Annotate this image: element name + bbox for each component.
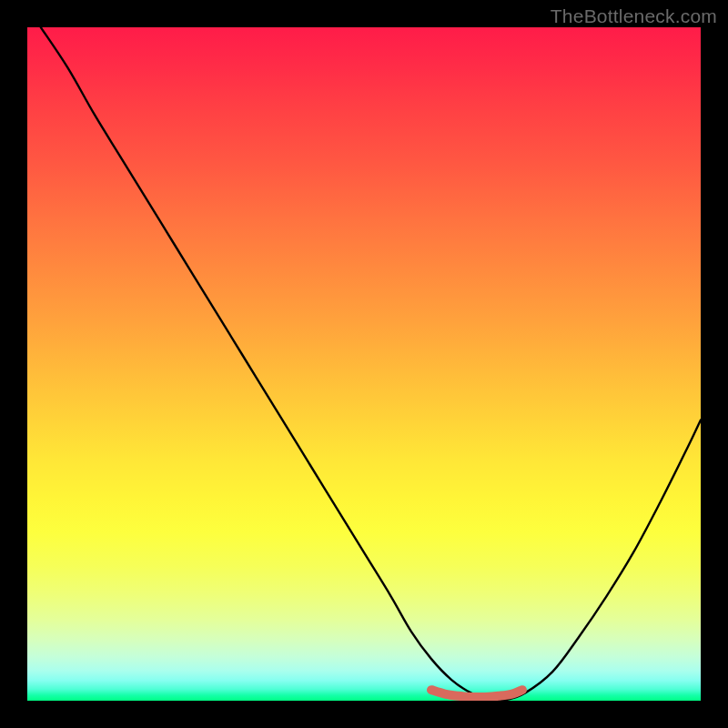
- chart-svg: [27, 27, 701, 701]
- attribution-label: TheBottleneck.com: [551, 5, 717, 27]
- highlight-segment: [431, 690, 522, 697]
- bottleneck-curve: [41, 27, 701, 701]
- chart-plot-area: [27, 27, 701, 701]
